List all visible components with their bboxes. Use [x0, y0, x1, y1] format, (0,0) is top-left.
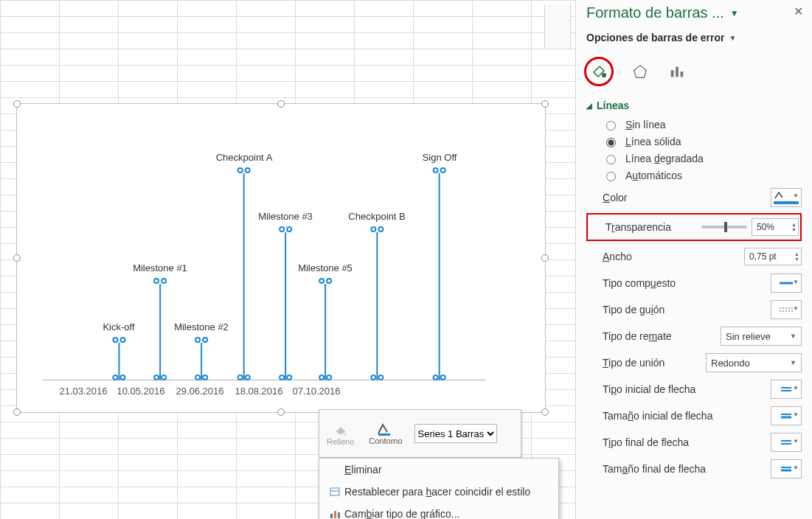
data-point-base: [112, 375, 125, 380]
data-point-marker: [195, 337, 208, 343]
cap-type-combo[interactable]: Sin relieve▼: [721, 327, 802, 346]
chevron-down-icon[interactable]: ▼: [730, 8, 739, 18]
transparency-value: 50%: [757, 222, 774, 232]
error-bar[interactable]: [439, 173, 440, 380]
transparency-label: Transparencia: [605, 221, 671, 233]
data-point-label: Sign Off: [423, 152, 457, 163]
selection-handle[interactable]: [541, 254, 549, 262]
svg-point-12: [602, 73, 606, 77]
pane-title-label: Formato de barras ...: [586, 4, 724, 21]
tab-fill-line[interactable]: [589, 61, 609, 82]
data-point-base: [370, 375, 384, 380]
svg-rect-15: [676, 67, 679, 77]
svg-rect-16: [681, 72, 684, 77]
svg-rect-3: [330, 514, 333, 518]
data-point-label: Kick-off: [103, 321, 134, 332]
scroll-gutter[interactable]: [544, 4, 571, 49]
data-point-label: Checkpoint A: [216, 152, 273, 163]
menu-change-type-label: Cambiar tipo de gráfico...: [344, 508, 459, 519]
selection-handle[interactable]: [13, 100, 21, 108]
format-pane: ✕ Formato de barras ... ▼ Opciones de ba…: [575, 0, 812, 519]
data-point-marker: [279, 226, 292, 232]
data-point-base: [195, 375, 208, 380]
data-point-label: Milestone #5: [298, 262, 353, 274]
selection-handle[interactable]: [541, 408, 549, 416]
data-point[interactable]: Kick-off: [103, 321, 134, 380]
tab-bar-options[interactable]: [667, 61, 687, 82]
error-bar[interactable]: [325, 284, 326, 380]
svg-rect-0: [378, 433, 390, 436]
axis-tick-label: 07.10.2016: [292, 386, 340, 397]
prop-transparency: Transparencia 50% ▲▼: [589, 216, 799, 238]
selection-handle[interactable]: [277, 100, 285, 108]
arrow-end-size-picker[interactable]: [771, 459, 802, 478]
axis-tick-label: 29.06.2016: [176, 386, 223, 397]
close-pane-button[interactable]: ✕: [794, 4, 803, 18]
menu-reset-style[interactable]: Restablecer para hacer coincidir el esti…: [319, 481, 558, 503]
tab-effects[interactable]: [630, 61, 650, 82]
line-type-radios: Sin línea Línea sólida Línea degradada A…: [603, 119, 802, 181]
error-bar[interactable]: [376, 232, 378, 380]
data-point-marker: [370, 226, 384, 232]
data-point-base: [153, 375, 167, 380]
error-bar[interactable]: [285, 232, 286, 380]
outline-button[interactable]: Contorno: [361, 410, 409, 457]
prop-arrow-end-type: Tipo final de flecha: [586, 431, 802, 453]
axis-tick-label: 21.03.2016: [59, 386, 107, 397]
compound-type-picker[interactable]: [771, 274, 802, 293]
menu-reset-label: Restablecer para hacer coincidir el esti…: [344, 486, 530, 498]
selection-handle[interactable]: [13, 408, 21, 416]
data-point-base: [279, 375, 292, 380]
data-point-marker: [153, 278, 167, 284]
collapse-icon: ◢: [586, 102, 592, 110]
data-point-label: Milestone #3: [258, 211, 313, 222]
svg-rect-14: [671, 70, 674, 77]
prop-width: Ancho 0,75 pt ▲▼: [586, 245, 802, 268]
chart-element-selector[interactable]: Series 1 Barras: [414, 424, 497, 443]
data-point-base: [319, 375, 332, 380]
selection-handle[interactable]: [277, 408, 285, 416]
transparency-spinner[interactable]: 50% ▲▼: [752, 218, 799, 236]
fill-button[interactable]: Relleno: [319, 410, 361, 457]
radio-gradient-line[interactable]: Línea degradada: [603, 153, 802, 164]
selection-handle[interactable]: [541, 100, 549, 108]
pane-subtitle[interactable]: Opciones de barras de error ▼: [586, 32, 802, 43]
arrow-end-type-picker[interactable]: [771, 433, 802, 452]
error-bar[interactable]: [159, 284, 161, 380]
prop-arrow-begin-size: Tamaño inicial de flecha: [586, 405, 802, 427]
join-type-combo[interactable]: Redondo▼: [706, 353, 802, 372]
data-point-marker: [112, 337, 125, 343]
radio-auto-line[interactable]: Automáticos: [603, 170, 802, 181]
outline-label: Contorno: [369, 436, 402, 445]
data-point-base: [433, 375, 446, 380]
data-point[interactable]: Sign Off: [423, 152, 457, 380]
transparency-slider[interactable]: [701, 226, 747, 229]
section-lines[interactable]: ◢ Líneas: [586, 100, 802, 111]
prop-color: Color: [586, 187, 802, 209]
dash-type-picker[interactable]: [771, 300, 802, 319]
data-point-marker: [319, 278, 332, 284]
arrow-begin-type-picker[interactable]: [771, 380, 802, 399]
chart-type-icon: [325, 508, 344, 519]
width-spinner[interactable]: 0,75 pt ▲▼: [744, 248, 802, 265]
radio-solid-line[interactable]: Línea sólida: [603, 136, 802, 147]
arrow-end-size-label: Tamaño final de flecha: [603, 463, 706, 475]
radio-no-line[interactable]: Sin línea: [603, 119, 802, 130]
menu-delete[interactable]: Eliminar: [319, 459, 558, 481]
chart-plot-area[interactable]: 21.03.201610.05.201629.06.201618.08.2016…: [43, 119, 522, 403]
highlight-box-transparency: Transparencia 50% ▲▼: [586, 213, 802, 241]
error-bar[interactable]: [243, 173, 245, 380]
data-point[interactable]: Milestone #5: [298, 262, 353, 380]
arrow-begin-size-picker[interactable]: [771, 406, 802, 425]
join-label: Tipo de unión: [603, 357, 664, 369]
data-point[interactable]: Checkpoint B: [348, 211, 405, 380]
color-picker[interactable]: [771, 188, 802, 207]
chart-object[interactable]: 21.03.201610.05.201629.06.201618.08.2016…: [16, 103, 546, 413]
mini-toolbar: Relleno Contorno Series 1 Barras: [319, 409, 521, 458]
selection-handle[interactable]: [13, 254, 21, 262]
svg-rect-5: [338, 512, 340, 518]
menu-delete-label: liminar: [351, 464, 381, 476]
menu-change-chart-type[interactable]: Cambiar tipo de gráfico...: [319, 503, 558, 519]
prop-arrow-end-size: Tamaño final de flecha: [586, 458, 802, 480]
join-value: Redondo: [711, 358, 750, 369]
